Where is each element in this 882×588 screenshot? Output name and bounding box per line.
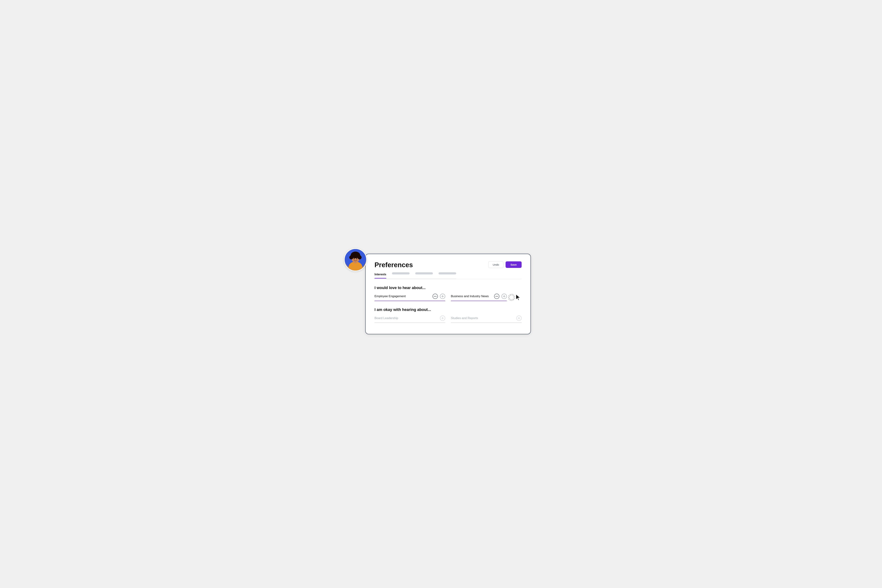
tabs-row: Interests [375,272,456,279]
svg-point-10 [354,258,355,259]
minus-icon [434,296,436,297]
svg-rect-15 [495,296,498,297]
avatar-illustration [345,249,366,270]
minus-icon-2 [495,296,498,297]
svg-marker-18 [516,294,520,300]
tab-interests[interactable]: Interests [375,273,386,278]
panel-header-left: Preferences Interests [375,261,456,279]
add-board-leadership-button[interactable] [440,315,445,321]
section-love: I would love to hear about... Employee E… [375,285,522,301]
svg-rect-12 [434,296,436,297]
avatar [344,248,367,271]
svg-point-11 [356,258,357,259]
save-button[interactable]: Save [506,261,522,268]
section-love-heading: I would love to hear about... [375,285,522,290]
section-love-items: Employee Engagement Business and Industr… [375,294,522,301]
svg-point-9 [353,252,358,256]
interest-board-leadership-label: Board Leadership [375,316,438,320]
add-studies-reports-button[interactable] [516,315,522,321]
interest-studies-reports: Studies and Reports [451,315,522,323]
interest-employee-engagement: Employee Engagement [375,294,445,301]
plus-icon-2 [503,295,506,297]
plus-icon-studies [518,317,520,320]
interest-studies-reports-label: Studies and Reports [451,316,514,320]
remove-employee-engagement-button[interactable] [432,294,438,299]
svg-rect-17 [503,296,506,297]
ripple-inner [509,295,514,300]
tab-pill-1[interactable] [392,272,410,279]
svg-rect-22 [518,318,520,318]
remove-business-news-button[interactable] [494,294,500,299]
svg-rect-20 [441,318,444,318]
interest-employee-engagement-label: Employee Engagement [375,294,430,298]
tab-placeholder-3 [438,272,456,274]
interest-board-leadership: Board Leadership [375,315,445,323]
tab-pill-2[interactable] [415,272,433,279]
interest-business-news-wrapper: Business and Industry News [451,294,522,301]
header-actions: Undo Save [488,261,522,270]
plus-icon-board [441,317,444,320]
tab-placeholder-2 [415,272,433,274]
page-title: Preferences [375,261,456,269]
section-okay: I am okay with hearing about... Board Le… [375,308,522,323]
plus-icon [441,295,444,297]
tab-placeholder-1 [392,272,410,274]
scene: Preferences Interests [344,243,538,345]
preferences-panel: Preferences Interests [365,254,531,334]
undo-button[interactable]: Undo [488,261,504,268]
ripple-container [508,294,515,301]
tab-pill-3[interactable] [438,272,456,279]
cursor-area [508,294,522,301]
cursor-icon [515,294,522,301]
section-okay-heading: I am okay with hearing about... [375,308,522,312]
section-okay-items: Board Leadership Studies and Reports [375,315,522,323]
interest-business-news: Business and Industry News [451,294,507,301]
avatar-image [345,249,366,270]
add-business-news-button[interactable] [501,294,507,299]
svg-rect-14 [441,296,444,297]
interest-business-news-label: Business and Industry News [451,294,492,298]
add-employee-engagement-button[interactable] [440,294,445,299]
